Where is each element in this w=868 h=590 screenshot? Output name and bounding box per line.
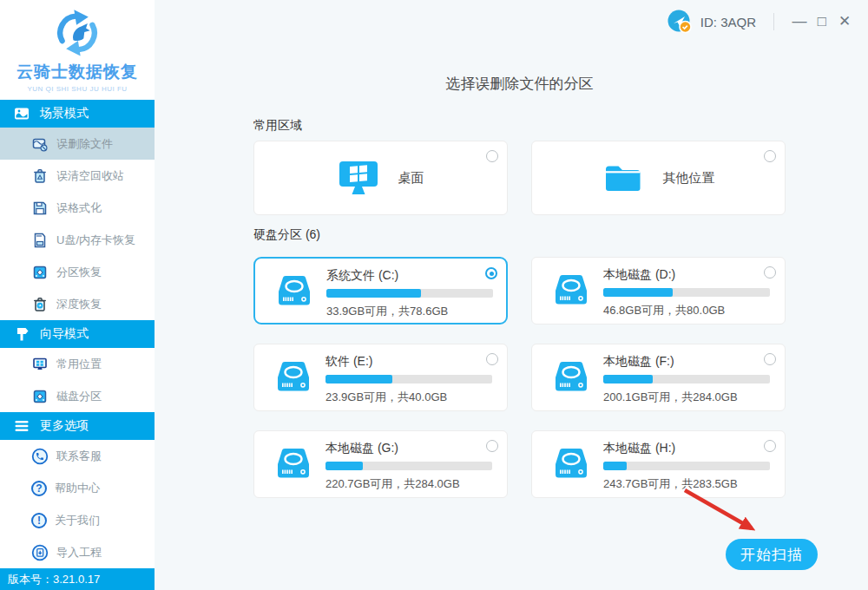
app-logo-icon: [46, 3, 108, 61]
capacity-bar-fill: [603, 375, 653, 384]
capacity-bar: [326, 289, 493, 298]
account-badge-icon: [667, 9, 693, 35]
radio-partition-g[interactable]: [486, 440, 498, 452]
partition-name: 本地磁盘 (G:): [326, 441, 398, 456]
partition-capacity: 46.8GB可用，共80.0GB: [603, 303, 725, 318]
question-icon: ?: [31, 481, 47, 496]
sidebar-item-deep-recovery[interactable]: 深度恢复: [0, 288, 155, 320]
wizard-mode-icon: [13, 325, 30, 343]
desktop-icon: [338, 159, 379, 197]
sidebar-item-label: 误删除文件: [56, 136, 113, 152]
radio-partition-c[interactable]: [485, 267, 497, 279]
partition-name: 本地磁盘 (H:): [603, 441, 675, 456]
deleted-file-icon: [31, 135, 49, 153]
partition-card-d[interactable]: 本地磁盘 (D:) 46.8GB可用，共80.0GB: [531, 257, 786, 324]
capacity-bar: [603, 462, 770, 470]
usb-card-icon: [31, 232, 49, 249]
hard-drive-icon: [275, 360, 312, 397]
sidebar-item-label: 深度恢复: [56, 297, 102, 312]
page-title: 选择误删除文件的分区: [253, 74, 786, 94]
radio-other-location[interactable]: [764, 150, 776, 162]
hard-drive-icon: [276, 274, 312, 311]
partition-card-g[interactable]: 本地磁盘 (G:) 220.7GB可用，共284.0GB: [253, 430, 508, 498]
app-window: 云骑士数据恢复 YUN QI SHI SHU JU HUI FU 场景模式 误删…: [0, 0, 868, 590]
sidebar-item-label: 帮助中心: [55, 481, 100, 496]
partition-capacity: 23.9GB可用，共40.0GB: [326, 390, 447, 405]
section-label: 场景模式: [40, 106, 89, 121]
scene-mode-icon: [13, 105, 30, 122]
sidebar-item-label: U盘/内存卡恢复: [56, 233, 135, 248]
phone-icon: [31, 448, 49, 465]
partition-card-h[interactable]: 本地磁盘 (H:) 243.7GB可用，共283.5GB: [531, 430, 786, 498]
location-card-desktop[interactable]: 桌面: [253, 141, 508, 215]
partition-name: 本地磁盘 (F:): [603, 354, 674, 370]
section-label: 向导模式: [40, 326, 89, 342]
start-scan-button[interactable]: 开始扫描: [726, 539, 818, 570]
radio-desktop[interactable]: [486, 150, 498, 162]
section-header-more-options: 更多选项: [0, 412, 155, 440]
partition-capacity: 243.7GB可用，共283.5GB: [603, 476, 738, 492]
capacity-bar-fill: [603, 462, 627, 470]
more-options-icon: [13, 417, 30, 435]
version-bar: 版本号：3.21.0.17: [0, 568, 155, 590]
partition-card-e[interactable]: 软件 (E:) 23.9GB可用，共40.0GB: [253, 344, 508, 411]
partition-card-f[interactable]: 本地磁盘 (F:) 200.1GB可用，共284.0GB: [531, 344, 786, 411]
sidebar-item-format[interactable]: 误格式化: [0, 192, 155, 224]
sidebar-item-label: 联系客服: [56, 449, 102, 464]
exclamation-icon: !: [31, 513, 47, 528]
app-subtitle: YUN QI SHI SHU JU HUI FU: [0, 85, 155, 93]
location-card-other[interactable]: 其他位置: [531, 141, 786, 215]
capacity-bar: [603, 375, 770, 384]
sidebar-item-import-project[interactable]: 导入工程: [0, 536, 155, 568]
capacity-bar-fill: [326, 462, 363, 470]
sidebar-item-label: 关于我们: [55, 513, 100, 528]
location-card-label: 其他位置: [663, 170, 715, 187]
capacity-bar: [326, 462, 492, 470]
hard-drive-icon: [553, 273, 589, 310]
sidebar-item-about-us[interactable]: ! 关于我们: [0, 504, 155, 536]
minimize-icon[interactable]: —: [788, 10, 811, 33]
app-logo: 云骑士数据恢复 YUN QI SHI SHU JU HUI FU: [0, 0, 155, 100]
maximize-icon[interactable]: □: [811, 10, 833, 33]
sidebar-item-common-locations[interactable]: 常用位置: [0, 348, 155, 380]
partition-capacity: 220.7GB可用，共284.0GB: [326, 476, 460, 492]
titlebar: ID: 3AQR — □ ✕: [667, 9, 856, 35]
radio-partition-e[interactable]: [486, 353, 498, 365]
close-icon[interactable]: ✕: [833, 10, 856, 33]
folder-icon: [602, 161, 644, 195]
sidebar-item-label: 误清空回收站: [56, 168, 124, 184]
radio-partition-h[interactable]: [764, 440, 776, 452]
sidebar-item-label: 常用位置: [56, 357, 102, 372]
partition-name: 本地磁盘 (D:): [603, 267, 675, 283]
radio-partition-f[interactable]: [764, 353, 776, 365]
app-title: 云骑士数据恢复: [0, 61, 155, 83]
monitor-icon: [31, 356, 49, 373]
hard-drive-icon: [275, 447, 312, 483]
partition-name: 软件 (E:): [326, 354, 372, 370]
user-id-label: ID: 3AQR: [700, 15, 756, 30]
location-card-label: 桌面: [398, 170, 424, 187]
hard-drive-icon: [553, 360, 589, 397]
section-label: 更多选项: [40, 418, 89, 434]
partition-capacity: 33.9GB可用，共78.6GB: [326, 304, 448, 319]
section-header-scene-mode: 场景模式: [0, 100, 155, 128]
sidebar-item-label: 误格式化: [56, 200, 102, 216]
sidebar-item-disk-partitions[interactable]: 磁盘分区: [0, 380, 155, 412]
sidebar-item-usb-card-recovery[interactable]: U盘/内存卡恢复: [0, 224, 155, 256]
version-label: 版本号：3.21.0.17: [8, 572, 100, 587]
radio-partition-d[interactable]: [764, 266, 776, 279]
recycle-bin-icon: [31, 167, 49, 185]
partition-section-label: 硬盘分区 (6): [253, 227, 320, 243]
common-area-label: 常用区域: [253, 118, 302, 134]
partition-card-c[interactable]: 系统文件 (C:) 33.9GB可用，共78.6GB: [253, 257, 508, 324]
sidebar-item-deleted-files[interactable]: 误删除文件: [0, 128, 155, 160]
sidebar-item-help-center[interactable]: ? 帮助中心: [0, 472, 155, 504]
capacity-bar-fill: [603, 288, 673, 297]
capacity-bar: [603, 288, 770, 297]
sidebar-item-recycle-bin[interactable]: 误清空回收站: [0, 160, 155, 192]
sidebar-item-contact-support[interactable]: 联系客服: [0, 440, 155, 472]
titlebar-divider: [773, 13, 774, 30]
sidebar-item-partition-recovery[interactable]: 分区恢复: [0, 256, 155, 288]
format-icon: [31, 200, 49, 217]
sidebar-item-label: 导入工程: [56, 545, 102, 560]
